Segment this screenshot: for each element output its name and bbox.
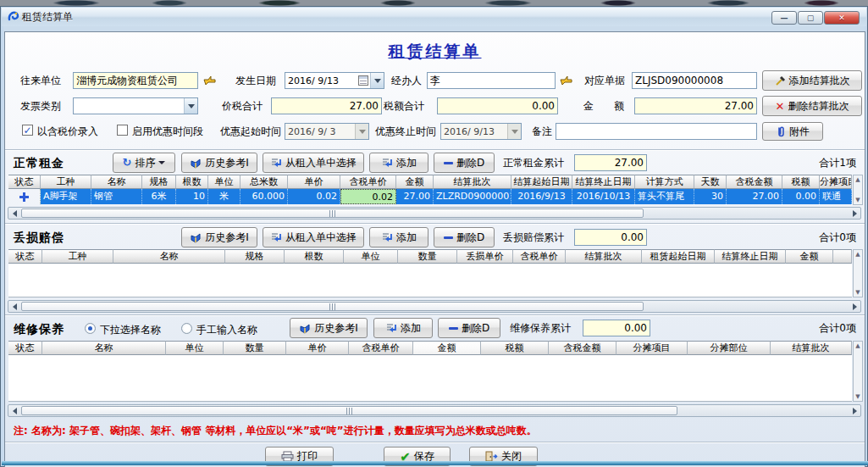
manual-name-radio[interactable] [181,323,192,334]
maint-table-body[interactable] [8,355,852,402]
table-cell[interactable]: 钢管 [91,189,142,204]
loss-delete-button[interactable]: 删除D [434,227,495,247]
tax-entry-checkbox[interactable]: ✓ [22,125,33,136]
column-header-14[interactable]: 天数 [694,175,727,189]
scroll-left-arrow[interactable] [8,405,20,416]
partner-input[interactable] [73,72,198,89]
column-header-17[interactable]: 分摊项目 [820,175,852,189]
column-header-10[interactable]: 结算批次 [434,175,511,189]
maint-history-button[interactable]: 历史参考I [290,318,368,338]
maint-delete-button[interactable]: 删除D [438,318,500,338]
column-header-9[interactable]: 结算批次 [566,249,642,264]
invoice-type-select[interactable] [73,97,198,114]
attachment-button[interactable]: 附件 [762,122,823,141]
rent-add-button[interactable]: 添加 [369,153,428,173]
delete-batch-button[interactable]: ✕ 删除结算批次 [762,96,862,116]
column-header-0[interactable]: 状态 [8,175,41,189]
loss-total-input[interactable] [574,229,647,246]
loss-vertical-scrollbar[interactable]: ▲▼ [853,249,863,297]
column-header-11[interactable]: 结算终止日期 [715,249,786,264]
rent-pick-button[interactable]: 从租入单中选择 [263,153,364,173]
loss-table-body[interactable] [8,264,852,297]
column-header-3[interactable]: 规格 [225,249,285,264]
column-header-2[interactable]: 名称 [113,249,225,264]
scroll-down-icon[interactable]: ▼ [855,197,860,203]
column-header-2[interactable]: 单位 [166,341,224,355]
column-header-11[interactable]: 结算起始日期 [511,175,572,189]
dropdown-name-radio[interactable] [85,323,96,334]
table-row[interactable]: A脚手架钢管6米10米60.0000.020.0227.00ZLZRD09000… [8,189,852,204]
table-cell[interactable]: 米 [208,189,240,204]
scroll-right-arrow[interactable] [849,208,860,219]
column-header-9[interactable]: 金额 [396,175,434,189]
column-header-10[interactable]: 分摊部位 [688,341,771,355]
rent-total-input[interactable] [574,154,647,171]
maximize-button[interactable]: ▢ [798,11,823,25]
table-cell[interactable]: 27.00 [396,189,434,204]
date-dropdown-arrow[interactable] [370,73,384,88]
column-header-8[interactable]: 含税单价 [340,175,396,189]
column-header-16[interactable]: 税额 [782,175,820,189]
column-header-7[interactable]: 单价 [288,175,340,189]
table-cell[interactable]: 2016/10/13 [572,189,635,204]
tax-entry-checkbox-label[interactable]: 以含税价录入 [37,123,98,140]
table-cell[interactable]: 30 [694,189,727,204]
column-header-6[interactable]: 金额 [413,341,481,355]
column-header-4[interactable]: 根数 [176,175,208,189]
scroll-down-icon[interactable]: ▼ [855,289,860,296]
column-header-6[interactable]: 数量 [398,249,457,264]
column-header-3[interactable]: 数量 [224,341,286,355]
column-header-13[interactable]: 计算方式 [635,175,694,189]
scroll-right-arrow[interactable] [849,301,860,312]
column-header-5[interactable]: 含税单价 [349,341,413,355]
column-header-8[interactable]: 含税金额 [549,341,616,355]
title-bar[interactable]: 租赁结算单 — ▢ ✕ [2,8,866,26]
rent-sort-button[interactable]: ↻ 排序 [113,153,175,173]
column-header-0[interactable]: 状态 [8,341,42,355]
rent-history-button[interactable]: 历史参考I [181,153,257,173]
column-header-4[interactable]: 单价 [286,341,349,355]
column-header-7[interactable]: 丢损单价 [457,249,513,264]
maint-vertical-scrollbar[interactable]: ▲▼ [853,341,863,402]
rent-delete-button[interactable]: 删除D [434,153,495,173]
loss-history-button[interactable]: 历史参考I [181,227,257,247]
amount-input[interactable] [634,97,757,114]
column-header-4[interactable]: 根数 [285,249,344,264]
close-button[interactable]: ✕ [824,11,860,25]
column-header-1[interactable]: 工种 [41,175,91,189]
column-header-12[interactable]: 金额 [786,249,833,264]
column-header-0[interactable]: 状态 [8,249,42,264]
column-header-9[interactable]: 分摊项目 [616,341,688,355]
date-picker[interactable]: 2016/ 9/13 [285,72,384,89]
discount-period-checkbox[interactable] [117,125,128,136]
invoice-dropdown-arrow[interactable] [184,98,197,114]
table-cell[interactable]: 10 [176,189,208,204]
remark-input[interactable] [556,123,757,140]
manual-name-radio-label[interactable]: 手工输入名称 [196,321,257,338]
maint-add-button[interactable]: 添加 [373,318,433,338]
loss-pick-button[interactable]: 从租入单中选择 [263,227,364,247]
scroll-left-arrow[interactable] [8,208,20,219]
doc-input[interactable] [632,72,757,89]
column-header-15[interactable]: 含税金额 [727,175,782,189]
scroll-left-arrow[interactable] [8,301,20,312]
tax-sum-input[interactable] [437,97,558,114]
column-header-1[interactable]: 工种 [42,249,113,264]
table-cell[interactable]: 算头不算尾 [635,189,694,204]
table-cell[interactable]: 0.00 [782,189,820,204]
table-cell[interactable]: 联通 [820,189,852,204]
loss-horizontal-scrollbar[interactable] [8,300,861,313]
scroll-right-arrow[interactable] [849,405,860,416]
column-header-7[interactable]: 税额 [481,341,549,355]
column-header-5[interactable]: 单位 [208,175,240,189]
scroll-up-icon[interactable]: ▲ [855,251,860,258]
handler-lookup-hand-icon[interactable] [560,75,572,86]
column-header-2[interactable]: 名称 [91,175,142,189]
dropdown-name-radio-label[interactable]: 下拉选择名称 [100,321,161,338]
sum-with-tax-input[interactable] [271,97,382,114]
scroll-up-icon[interactable]: ▲ [855,176,860,183]
rent-vertical-scrollbar[interactable]: ▲▼ [853,175,863,205]
partner-lookup-hand-icon[interactable] [203,75,216,86]
rent-horizontal-scrollbar[interactable] [8,207,861,220]
column-header-11[interactable]: 结算批次 [771,341,852,355]
